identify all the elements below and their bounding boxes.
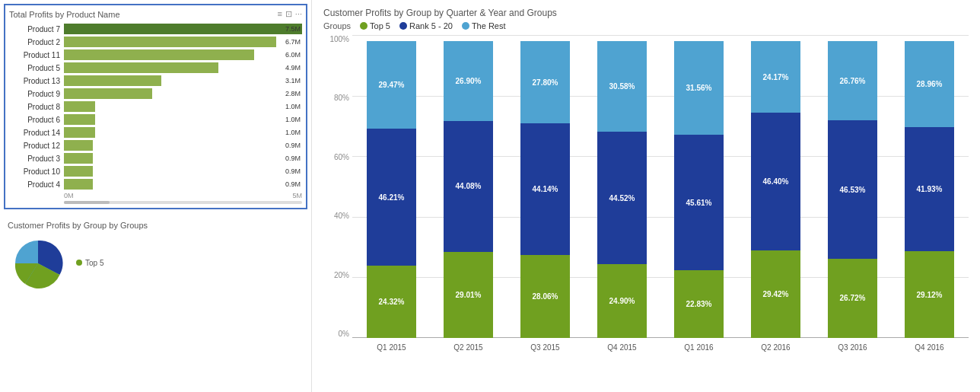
bar-fill (64, 37, 276, 47)
bar-track: 7.5M (64, 24, 302, 34)
seg-green: 24.90% (597, 264, 647, 338)
bar-row: Product 30.9M (9, 153, 302, 164)
seg-green-label: 29.01% (456, 291, 482, 299)
x-label-0: 0M (64, 192, 74, 199)
y-0: 0% (323, 330, 349, 338)
bar-group: 28.96%41.93%29.12% (893, 35, 966, 338)
seg-lightblue: 29.47% (367, 41, 416, 129)
bar-fill (64, 114, 95, 125)
x-labels-row: Q1 2015Q2 2015Q3 2015Q4 2015Q1 2016Q2 20… (352, 338, 969, 355)
legend-entry-rank: Rank 5 - 20 (399, 21, 453, 30)
x-label-item: Q3 2016 (816, 343, 889, 352)
chart-title: Total Profits by Product Name (9, 10, 120, 19)
seg-lightblue: 30.58% (597, 41, 647, 132)
legend-entry-top5: Top 5 (360, 21, 390, 30)
seg-darkblue: 41.93% (905, 127, 954, 252)
seg-green-label: 22.83% (686, 300, 712, 308)
legend-text-top5: Top 5 (370, 21, 390, 30)
stacked-bars-container: 29.47%46.21%24.32%26.90%44.08%29.01%27.8… (352, 35, 969, 338)
seg-darkblue-label: 46.40% (763, 177, 789, 186)
stacked-bar: 27.80%44.14%28.06% (520, 41, 570, 338)
y-100: 100% (323, 35, 349, 43)
bar-value: 1.0M (285, 129, 301, 136)
legend-text-rank: Rank 5 - 20 (409, 21, 453, 30)
bar-value: 2.8M (285, 90, 301, 97)
seg-darkblue: 44.52% (597, 132, 647, 264)
seg-green: 22.83% (674, 270, 724, 338)
bar-track: 4.9M (64, 62, 302, 73)
seg-darkblue-label: 44.14% (533, 185, 558, 193)
seg-darkblue-label: 45.61% (686, 199, 712, 207)
bar-row: Product 120.9M (9, 140, 302, 151)
groups-legend: Groups Top 5 Rank 5 - 20 The Rest (323, 21, 969, 30)
bar-value: 4.9M (285, 64, 301, 72)
bar-fill (64, 62, 218, 73)
bar-label: Product 11 (9, 51, 64, 59)
seg-lightblue-label: 30.58% (609, 82, 635, 91)
bar-fill (64, 75, 161, 86)
bar-label: Product 2 (9, 38, 64, 46)
seg-green: 29.12% (905, 251, 954, 338)
legend-entry-rest: The Rest (462, 21, 506, 30)
seg-green-label: 29.12% (917, 291, 943, 299)
bar-label: Product 13 (9, 77, 64, 85)
legend-circle-rank (399, 22, 407, 30)
x-label-item: Q4 2016 (893, 343, 966, 352)
bar-group: 27.80%44.14%28.06% (509, 35, 581, 338)
stacked-bar: 28.96%41.93%29.12% (905, 41, 954, 338)
bar-track: 1.0M (64, 114, 302, 125)
x-label-5: 5M (292, 192, 302, 199)
bar-value: 0.9M (285, 155, 301, 162)
seg-lightblue-label: 26.76% (840, 77, 866, 85)
legend-circle-rest (462, 22, 469, 30)
bar-track: 0.9M (64, 166, 302, 177)
seg-green: 29.01% (444, 252, 493, 338)
bar-fill (64, 49, 254, 60)
y-20: 20% (323, 271, 349, 279)
seg-green-label: 28.06% (533, 292, 558, 301)
bar-group: 26.76%46.53%26.72% (816, 35, 889, 338)
bars-area: 29.47%46.21%24.32%26.90%44.08%29.01%27.8… (352, 35, 969, 355)
bar-row: Product 61.0M (9, 114, 302, 125)
groups-label: Groups (323, 21, 351, 30)
more-icon[interactable]: ··· (295, 9, 302, 19)
seg-green: 29.42% (751, 250, 800, 338)
bar-fill (64, 140, 93, 151)
bottom-chart-container: Customer Profits by Group by Groups Top … (4, 217, 307, 388)
x-label-item: Q3 2015 (509, 343, 581, 352)
seg-green: 26.72% (828, 259, 877, 338)
bar-fill (64, 24, 302, 34)
bar-value: 0.9M (285, 167, 301, 175)
seg-green-label: 29.42% (763, 290, 789, 298)
bar-track: 3.1M (64, 75, 302, 86)
bar-value: 1.0M (285, 116, 301, 123)
seg-lightblue-label: 26.90% (456, 77, 482, 85)
scrollbar-thumb[interactable] (64, 201, 110, 204)
menu-icon[interactable]: ≡ (277, 9, 282, 19)
bar-fill (64, 166, 93, 177)
right-chart-title: Customer Profits by Group by Quarter & Y… (323, 8, 969, 18)
legend-item-top5: Top 5 (76, 259, 103, 267)
bar-label: Product 9 (9, 90, 64, 98)
legend-circle-top5 (360, 22, 368, 30)
bar-row: Product 40.9M (9, 179, 302, 190)
pie-area: Top 5 (8, 233, 304, 294)
pie-legend: Top 5 (76, 259, 103, 269)
seg-lightblue: 27.80% (520, 41, 570, 123)
stacked-bar: 24.17%46.40%29.42% (751, 41, 800, 338)
stacked-chart-wrapper: 100% 80% 60% 40% 20% 0% 29.47%46.21%24.3… (323, 35, 969, 355)
stacked-bar: 30.58%44.52%24.90% (597, 41, 647, 338)
expand-icon[interactable]: ⊡ (285, 9, 292, 19)
stacked-bar: 31.56%45.61%22.83% (674, 41, 724, 338)
horizontal-scrollbar[interactable] (64, 201, 302, 204)
x-label-item: Q1 2016 (663, 343, 735, 352)
seg-darkblue-label: 46.53% (840, 186, 866, 194)
legend-text-rest: The Rest (472, 21, 506, 30)
bar-group: 29.47%46.21%24.32% (355, 35, 428, 338)
bottom-chart-title: Customer Profits by Group by Groups (8, 221, 304, 230)
bar-row: Product 26.7M (9, 37, 302, 47)
seg-lightblue-label: 27.80% (533, 78, 558, 87)
bar-label: Product 7 (9, 25, 64, 33)
top-bar-chart-container: Total Profits by Product Name ≡ ⊡ ··· Pr… (4, 4, 307, 209)
seg-lightblue: 24.17% (751, 41, 800, 113)
